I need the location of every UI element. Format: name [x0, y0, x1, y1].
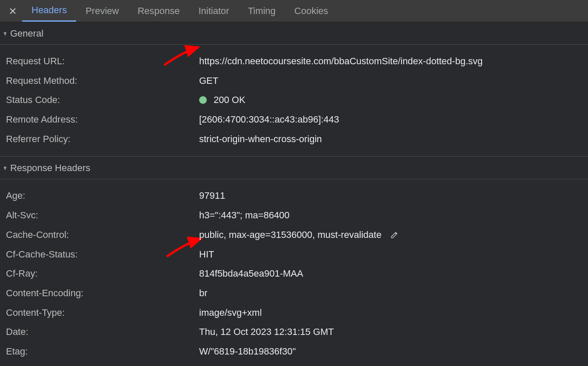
- label-cache-control: Cache-Control:: [0, 229, 199, 241]
- row-referrer-policy: Referrer Policy: strict-origin-when-cros…: [0, 129, 588, 149]
- label-content-type: Content-Type:: [0, 306, 199, 319]
- row-age: Age: 97911: [0, 186, 588, 206]
- label-remote-address: Remote Address:: [0, 113, 199, 126]
- section-general-title: General: [10, 28, 43, 39]
- section-response-headers-title: Response Headers: [10, 163, 90, 174]
- tab-timing[interactable]: Timing: [239, 0, 285, 22]
- label-last-modified: Last-Modified:: [0, 365, 199, 366]
- general-block: Request URL: https://cdn.neetocoursesite…: [0, 45, 588, 157]
- label-date: Date:: [0, 326, 199, 338]
- close-icon: [9, 8, 16, 14]
- tab-initiator[interactable]: Initiator: [189, 0, 238, 22]
- row-cf-cache-status: Cf-Cache-Status: HIT: [0, 245, 588, 264]
- value-content-type: image/svg+xml: [199, 306, 262, 319]
- value-last-modified: Tue, 10 Oct 2023 12:15:26 GMT: [199, 365, 334, 366]
- row-status-code: Status Code: 200 OK: [0, 90, 588, 110]
- row-content-encoding: Content-Encoding: br: [0, 283, 588, 303]
- row-content-type: Content-Type: image/svg+xml: [0, 303, 588, 323]
- value-request-url: https://cdn.neetocoursesite.com/bbaCusto…: [199, 55, 482, 68]
- value-date: Thu, 12 Oct 2023 12:31:15 GMT: [199, 326, 334, 338]
- value-cf-ray: 814f5bda4a5ea901-MAA: [199, 267, 303, 280]
- row-request-url: Request URL: https://cdn.neetocoursesite…: [0, 51, 588, 71]
- value-etag: W/"6819-18b19836f30": [199, 345, 296, 358]
- cache-control-text: public, max-age=31536000, must-revalidat…: [199, 229, 382, 241]
- tab-bar: Headers Preview Response Initiator Timin…: [0, 0, 588, 22]
- row-remote-address: Remote Address: [2606:4700:3034::ac43:ab…: [0, 110, 588, 129]
- close-button[interactable]: [3, 8, 22, 14]
- label-content-encoding: Content-Encoding:: [0, 287, 199, 300]
- disclosure-triangle-icon: ▼: [3, 30, 8, 37]
- row-request-method: Request Method: GET: [0, 71, 588, 91]
- tab-preview[interactable]: Preview: [76, 0, 128, 22]
- row-last-modified: Last-Modified: Tue, 10 Oct 2023 12:15:26…: [0, 361, 588, 366]
- row-alt-svc: Alt-Svc: h3=":443"; ma=86400: [0, 206, 588, 225]
- value-alt-svc: h3=":443"; ma=86400: [199, 209, 290, 222]
- tab-cookies[interactable]: Cookies: [285, 0, 337, 22]
- value-content-encoding: br: [199, 287, 208, 300]
- label-cf-ray: Cf-Ray:: [0, 267, 199, 280]
- response-headers-block: Age: 97911 Alt-Svc: h3=":443"; ma=86400 …: [0, 179, 588, 366]
- label-status-code: Status Code:: [0, 94, 199, 106]
- value-age: 97911: [199, 189, 225, 202]
- value-referrer-policy: strict-origin-when-cross-origin: [199, 133, 322, 146]
- value-remote-address: [2606:4700:3034::ac43:ab96]:443: [199, 113, 339, 126]
- row-cache-control: Cache-Control: public, max-age=31536000,…: [0, 225, 588, 245]
- edit-icon[interactable]: [390, 231, 399, 239]
- section-response-headers-header[interactable]: ▼ Response Headers: [0, 157, 588, 179]
- label-age: Age:: [0, 189, 199, 202]
- row-etag: Etag: W/"6819-18b19836f30": [0, 342, 588, 361]
- value-cache-control: public, max-age=31536000, must-revalidat…: [199, 229, 399, 241]
- label-cf-cache-status: Cf-Cache-Status:: [0, 248, 199, 261]
- value-status-code: 200 OK: [199, 94, 245, 106]
- value-request-method: GET: [199, 74, 218, 87]
- status-dot-icon: [199, 96, 207, 104]
- label-etag: Etag:: [0, 345, 199, 358]
- label-request-url: Request URL:: [0, 55, 199, 68]
- value-cf-cache-status: HIT: [199, 248, 214, 261]
- row-cf-ray: Cf-Ray: 814f5bda4a5ea901-MAA: [0, 264, 588, 283]
- disclosure-triangle-icon: ▼: [3, 165, 8, 172]
- label-referrer-policy: Referrer Policy:: [0, 133, 199, 146]
- status-code-text: 200 OK: [214, 94, 245, 106]
- label-alt-svc: Alt-Svc:: [0, 209, 199, 222]
- tab-headers[interactable]: Headers: [22, 0, 76, 22]
- tab-response[interactable]: Response: [128, 0, 189, 22]
- section-general-header[interactable]: ▼ General: [0, 22, 588, 45]
- label-request-method: Request Method:: [0, 74, 199, 87]
- row-date: Date: Thu, 12 Oct 2023 12:31:15 GMT: [0, 322, 588, 342]
